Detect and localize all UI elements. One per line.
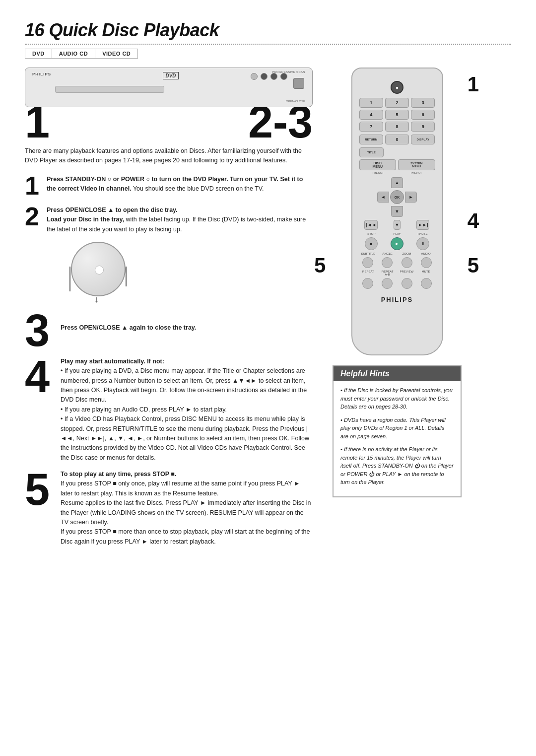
player-btn-4 [280,73,287,80]
prev-col: |◄◄ [359,220,383,230]
nav-up-btn[interactable]: ▲ [391,177,403,188]
btn-return[interactable]: RETURN [359,135,383,144]
hint-3: If there is no activity at the Player or… [340,445,454,486]
step-5-heading: To stop play at any time, press STOP ■. [61,471,176,478]
btn-mute[interactable] [421,278,432,289]
dvd-logo: DVD [163,72,178,79]
tab-dvd[interactable]: DVD [25,49,52,58]
disc-illustration: ↓ [68,239,133,299]
open-close-label: OPEN/CLOSE [286,100,305,103]
angle-label: ANGLE [378,252,397,255]
disc-hole [95,266,104,275]
nav-left-btn[interactable]: ◄ [377,192,389,203]
hint-1: If the Disc is locked by Parental contro… [340,386,454,411]
intro-paragraph: There are many playback features and opt… [25,146,313,166]
step-1-num: 1 [25,173,41,199]
remote-control: ● 1 2 3 4 5 6 7 8 9 [340,68,454,355]
step-5-body-1: If you press STOP ■ only once, play will… [61,479,313,498]
btn-6[interactable]: 6 [411,110,435,120]
player-btn-1 [251,73,258,80]
step-2-content: Press OPEN/CLOSE ▲ to open the disc tray… [47,206,313,304]
disc-arrow: ↓ [94,293,99,307]
step-4-body-cd: • If you are playing an Audio CD, press … [61,405,313,414]
tab-video-cd[interactable]: VIDEO CD [95,49,137,58]
btn-nav-down-2[interactable]: ▼ [394,220,401,230]
bottom-circles-row2 [359,278,435,289]
btn-pause[interactable]: Ⅱ [416,237,429,250]
remote-step-1-label: 1 [468,72,479,96]
nav-cross: ▲ ▼ ◄ ► OK [377,177,417,217]
right-column: ● 1 2 3 4 5 6 7 8 9 [328,68,467,553]
step-5-block: 5 To stop play at any time, press STOP ■… [25,470,313,547]
helpful-hints-body: If the Disc is locked by Parental contro… [334,381,461,496]
tab-audio-cd[interactable]: AUDIO CD [52,49,95,58]
disc-sys-sublabel: (MENU) (MENU) [359,171,435,174]
step-2-open-heading: Press OPEN/CLOSE ▲ to open the disc tray… [47,206,178,213]
btn-next[interactable]: ►►| [416,220,429,230]
step-3-heading: Press OPEN/CLOSE ▲ again to close the tr… [61,324,196,331]
btn-2[interactable]: 2 [385,98,409,108]
step-5-body-3: If you press STOP ■ more than once to st… [61,527,313,547]
bottom-labels-row1: SUBTITLE ANGLE ZOOM AUDIO [359,252,435,255]
stop-col: ■ [359,237,383,250]
step-4-content: Play may start automatically. If not: • … [61,357,313,463]
hint-2: DVDs have a region code. This Player wil… [340,416,454,441]
nav-down-btn[interactable]: ▼ [391,206,403,217]
btn-3[interactable]: 3 [411,98,435,108]
step-3-block: 3 Press OPEN/CLOSE ▲ again to close the … [25,311,313,351]
btn-9[interactable]: 9 [411,122,435,132]
pause-label: PAUSE [410,232,435,235]
bottom-labels-row2: REPEAT REPEATA-B PREVIEW MUTE [359,270,435,276]
step-5-content: To stop play at any time, press STOP ■. … [61,470,313,547]
step-1-block: 1 Press STANDBY-ON ○ or POWER ○ to turn … [25,175,313,199]
repeat-ab-label: REPEATA-B [378,270,397,276]
next-col: ►►| [411,220,435,230]
step-4-block: 4 Play may start automatically. If not: … [25,357,313,463]
btn-title[interactable]: TITLE [359,147,384,157]
nav-right-btn[interactable]: ► [405,192,417,203]
play-label: PLAY [385,232,409,235]
remote-with-label-1: ● 1 2 3 4 5 6 7 8 9 [340,68,454,355]
btn-play[interactable]: ► [391,237,403,250]
btn-audio[interactable] [421,257,432,268]
btn-disc-menu[interactable]: DISCMENU [359,159,397,170]
subtitle-label: SUBTITLE [359,252,378,255]
remote-step-5-label-left: 5 [314,254,326,277]
mute-label: MUTE [417,270,435,276]
disc-tray-line-right [126,267,127,286]
btn-8[interactable]: 8 [385,122,409,132]
btn-stop[interactable]: ■ [365,237,378,250]
nav-down-col: ▼ [385,220,409,230]
remote-step-4-label: 4 [468,209,479,233]
btn-7[interactable]: 7 [359,122,383,132]
philips-brand-label: PHILIPS [32,72,51,76]
btn-angle[interactable] [382,257,393,268]
player-buttons [251,73,287,80]
remote-body: ● 1 2 3 4 5 6 7 8 9 [351,68,443,355]
btn-prev[interactable]: |◄◄ [364,220,377,230]
btn-system-menu[interactable]: SYSTEMMENU [398,159,435,170]
bottom-circles-row1 [359,257,435,268]
stop-play-pause-row: ■ ► Ⅱ [359,237,435,250]
btn-1[interactable]: 1 [359,98,383,108]
prev-next-row: |◄◄ ▼ ►►| [359,220,435,230]
dvd-player-image: PHILIPS PROGRESSIVE SCAN DVD OPEN/CLOSE [25,68,313,107]
btn-preview[interactable] [402,278,412,289]
btn-0[interactable]: 0 [385,135,409,144]
btn-zoom[interactable] [402,257,412,268]
open-close-btn [293,78,304,89]
btn-5[interactable]: 5 [385,110,409,120]
disc-circle [71,242,126,296]
divider [25,44,511,45]
disc-system-menu-row: DISCMENU SYSTEMMENU [359,159,435,170]
step-2-load-heading: Load your Disc in the tray, [47,216,124,223]
btn-repeat-ab[interactable] [382,278,393,289]
power-button[interactable]: ● [391,81,403,94]
number-pad: 1 2 3 4 5 6 7 8 9 [359,98,435,132]
btn-4[interactable]: 4 [359,110,383,120]
btn-display[interactable]: DISPLAY [411,135,435,144]
step-num-23-big: 2-3 [248,102,313,142]
ok-btn[interactable]: OK [390,190,404,204]
btn-repeat[interactable] [362,278,373,289]
btn-subtitle[interactable] [362,257,373,268]
